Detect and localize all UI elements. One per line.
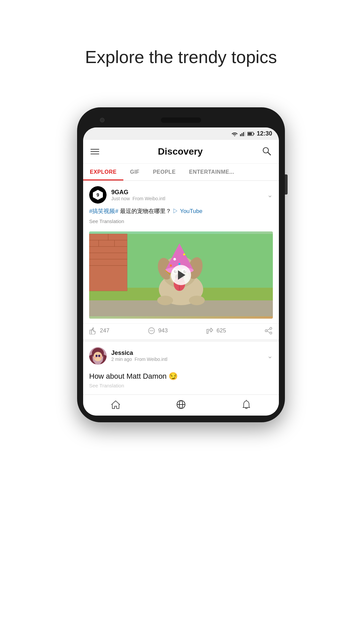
hamburger-line-2: [90, 151, 99, 152]
phone-camera: [100, 118, 105, 122]
post-header: 9 9GAG Just now From Weibo.intl: [83, 181, 279, 207]
phone-top-bar: [83, 117, 279, 123]
post-timestamp-2: 2 min ago: [111, 357, 132, 362]
svg-point-45: [157, 296, 173, 305]
status-icons: 12:30: [231, 130, 272, 137]
nav-home[interactable]: [83, 399, 148, 410]
author-name: 9GAG: [111, 189, 165, 196]
post-meta: Just now From Weibo.intl: [111, 196, 165, 201]
9gag-logo-icon: 9: [92, 189, 104, 201]
app-header: Discovery: [83, 140, 279, 164]
repost-action[interactable]: 625: [206, 327, 264, 334]
svg-point-62: [94, 357, 97, 358]
author-info-2: Jessica 2 min ago From Weibo.intl: [111, 350, 167, 362]
svg-point-49: [150, 330, 151, 331]
status-bar: 12:30: [83, 127, 279, 140]
svg-point-63: [99, 357, 102, 358]
svg-text:9: 9: [97, 192, 99, 198]
wifi-icon: [231, 131, 238, 136]
signal-icon: [240, 131, 245, 136]
video-thumbnail[interactable]: [89, 231, 273, 319]
post-body-text: 最逗的宠物在哪里？: [120, 208, 173, 214]
svg-point-50: [151, 330, 152, 331]
share-icon: [264, 327, 273, 334]
repost-icon: [206, 327, 214, 334]
post-card-2: Jessica 2 min ago From Weibo.intl ⌄ How …: [83, 342, 279, 392]
svg-point-32: [183, 253, 185, 255]
discover-icon: [176, 399, 186, 410]
svg-point-51: [153, 330, 154, 331]
author-name-2: Jessica: [111, 350, 167, 357]
svg-point-46: [189, 296, 205, 305]
svg-rect-7: [248, 132, 252, 135]
post-header-2: Jessica 2 min ago From Weibo.intl ⌄: [83, 342, 279, 368]
hamburger-line-1: [90, 149, 99, 150]
post-author: 9 9GAG Just now From Weibo.intl: [89, 186, 165, 204]
svg-rect-47: [90, 330, 92, 334]
like-action[interactable]: 247: [89, 327, 147, 334]
comment-action[interactable]: 943: [147, 327, 206, 334]
chevron-down-icon-2[interactable]: ⌄: [267, 352, 273, 360]
svg-point-0: [234, 135, 235, 136]
svg-point-60: [96, 355, 98, 357]
repost-count: 625: [217, 327, 226, 334]
comment-count: 943: [158, 327, 168, 334]
tab-explore[interactable]: EXPLORE: [83, 164, 123, 180]
see-translation-2[interactable]: See Translation: [83, 383, 279, 388]
9gag-avatar: 9: [89, 186, 107, 204]
chevron-down-icon[interactable]: ⌄: [267, 191, 273, 199]
youtube-link[interactable]: ▷ YouTube: [173, 208, 202, 214]
phone-screen: 12:30 Discovery EXPLORE GIF PEOPLE E: [83, 127, 279, 416]
search-button[interactable]: [261, 146, 272, 157]
post-content: #搞笑视频# 最逗的宠物在哪里？ ▷ YouTube See Translati…: [83, 207, 279, 231]
author-info: 9GAG Just now From Weibo.intl: [111, 189, 165, 201]
svg-rect-1: [240, 134, 241, 136]
hamburger-menu-button[interactable]: [90, 149, 99, 154]
status-time: 12:30: [257, 130, 272, 137]
tab-gif[interactable]: GIF: [123, 164, 146, 180]
svg-point-52: [270, 327, 272, 329]
hashtag[interactable]: #搞笑视频#: [89, 208, 118, 214]
svg-rect-15: [89, 234, 127, 291]
svg-line-56: [267, 331, 270, 332]
svg-point-59: [94, 352, 102, 361]
svg-point-53: [270, 332, 272, 334]
like-count: 247: [100, 327, 109, 334]
tab-people[interactable]: PEOPLE: [146, 164, 182, 180]
avatar: 9: [89, 186, 107, 204]
bell-icon: [242, 399, 251, 410]
see-translation[interactable]: See Translation: [89, 218, 273, 224]
svg-rect-3: [243, 132, 244, 136]
tab-bar: EXPLORE GIF PEOPLE ENTERTAINME...: [83, 164, 279, 181]
post-card: 9 9GAG Just now From Weibo.intl: [83, 181, 279, 339]
post-actions: 247 943: [83, 323, 279, 339]
tab-entertainment[interactable]: ENTERTAINME...: [182, 164, 241, 180]
nav-discover[interactable]: [148, 399, 214, 410]
jessica-avatar: [89, 347, 107, 365]
jessica-avatar-svg: [89, 347, 107, 365]
svg-point-61: [98, 355, 100, 357]
share-action[interactable]: [264, 327, 273, 334]
post-source-2: From Weibo.intl: [134, 357, 167, 362]
post-meta-2: 2 min ago From Weibo.intl: [111, 357, 167, 362]
post-text-2: How about Matt Damon 😏: [83, 368, 279, 383]
svg-rect-4: [244, 131, 245, 136]
post-timestamp: Just now: [111, 196, 130, 201]
play-button[interactable]: [171, 265, 191, 285]
page-title: Explore the trendy topics: [85, 47, 277, 67]
svg-point-54: [265, 330, 267, 332]
post-author-2: Jessica 2 min ago From Weibo.intl: [89, 347, 167, 365]
comment-icon: [147, 327, 156, 334]
hamburger-line-3: [90, 154, 99, 154]
battery-icon: [247, 132, 255, 136]
app-title: Discovery: [158, 146, 203, 157]
svg-line-55: [267, 329, 270, 330]
svg-rect-6: [253, 133, 254, 135]
nav-notifications[interactable]: [214, 399, 279, 410]
page-heading-section: Explore the trendy topics: [85, 23, 277, 87]
like-icon: [89, 327, 97, 334]
post-source: From Weibo.intl: [132, 196, 165, 201]
svg-point-31: [173, 258, 176, 260]
bottom-nav: [83, 394, 279, 416]
feed: 9 9GAG Just now From Weibo.intl: [83, 181, 279, 392]
